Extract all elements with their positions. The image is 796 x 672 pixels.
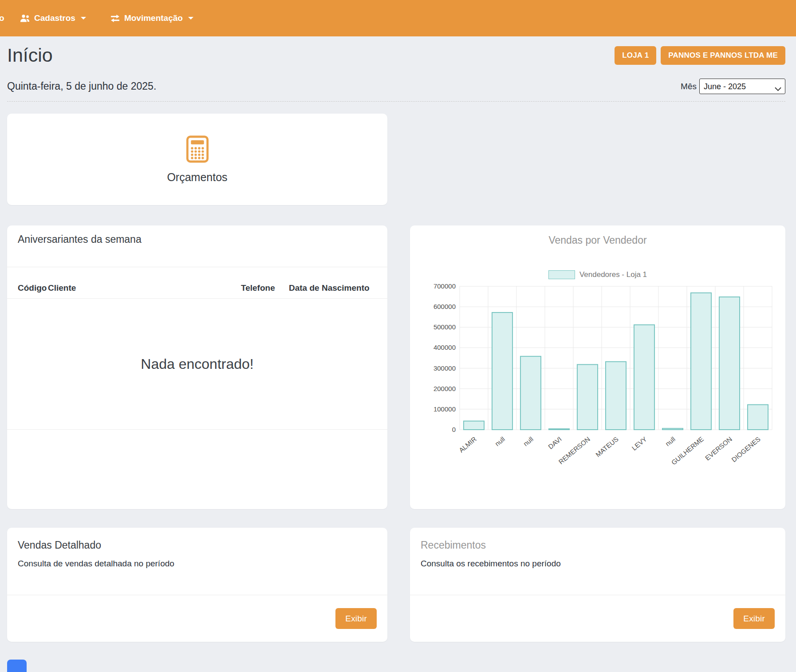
recebimentos-card: Recebimentos Consulta os recebimentos no… bbox=[410, 528, 785, 642]
birthdays-card-footer bbox=[7, 429, 387, 509]
top-navbar: o Cadastros Movimentação bbox=[0, 0, 796, 36]
svg-text:null: null bbox=[493, 435, 506, 447]
empty-message: Nada encontrado! bbox=[141, 356, 253, 372]
company-button[interactable]: PANNOS E PANNOS LTDA ME bbox=[661, 46, 785, 65]
legend-swatch bbox=[548, 270, 575, 279]
bar-chart: 0100000200000300000400000500000600000700… bbox=[419, 283, 776, 479]
orcamentos-card[interactable]: Orçamentos bbox=[7, 114, 387, 205]
svg-text:DAVI: DAVI bbox=[547, 435, 563, 451]
bottom-row: Vendas Detalhado Consulta de vendas deta… bbox=[7, 528, 785, 642]
birthdays-header: Aniversariantes da semana bbox=[7, 225, 387, 245]
legend-label: Vendedores - Loja 1 bbox=[579, 270, 647, 279]
svg-text:700000: 700000 bbox=[433, 283, 456, 290]
svg-text:null: null bbox=[522, 435, 535, 447]
svg-text:500000: 500000 bbox=[433, 323, 456, 331]
vendas-detalhado-body: Vendas Detalhado Consulta de vendas deta… bbox=[7, 528, 387, 595]
svg-text:null: null bbox=[664, 435, 677, 447]
svg-text:REMERSON: REMERSON bbox=[557, 435, 591, 466]
column-header-codigo: Código bbox=[18, 283, 48, 293]
exibir-recebimentos-button[interactable]: Exibir bbox=[733, 608, 775, 629]
birthdays-card: Aniversariantes da semana Código Cliente… bbox=[7, 225, 387, 509]
navbar-item-label: Movimentação bbox=[124, 13, 183, 23]
birthdays-title: Aniversariantes da semana bbox=[18, 233, 377, 245]
page-content: Início LOJA 1 PANNOS E PANNOS LTDA ME Qu… bbox=[0, 44, 796, 642]
page-title: Início bbox=[7, 44, 53, 66]
chevron-down-icon bbox=[188, 17, 193, 20]
svg-text:100000: 100000 bbox=[433, 405, 456, 413]
recebimentos-title: Recebimentos bbox=[421, 539, 775, 551]
navbar-item-label: Cadastros bbox=[34, 13, 75, 23]
current-date: Quinta-feira, 5 de junho de 2025. bbox=[7, 80, 156, 92]
svg-text:DIOGENES: DIOGENES bbox=[730, 435, 762, 463]
column-header-nascimento: Data de Nascimento bbox=[289, 283, 377, 293]
store-button[interactable]: LOJA 1 bbox=[615, 46, 656, 65]
svg-text:400000: 400000 bbox=[433, 344, 456, 351]
svg-text:0: 0 bbox=[452, 426, 456, 433]
header-row: Início LOJA 1 PANNOS E PANNOS LTDA ME bbox=[7, 44, 785, 66]
month-select[interactable]: June - 2025 bbox=[699, 79, 785, 94]
recebimentos-subtitle: Consulta os recebimentos no período bbox=[421, 559, 775, 569]
vendas-detalhado-footer: Exibir bbox=[7, 595, 387, 642]
chart-title: Vendas por Vendedor bbox=[419, 234, 776, 246]
birthdays-table-header: Código Cliente Telefone Data de Nascimen… bbox=[7, 267, 387, 299]
date-row: Quinta-feira, 5 de junho de 2025. Mês Ju… bbox=[7, 79, 785, 94]
svg-text:600000: 600000 bbox=[433, 303, 456, 310]
recebimentos-footer: Exibir bbox=[410, 595, 785, 642]
svg-text:MATEUS: MATEUS bbox=[594, 435, 620, 458]
bottom-left-button[interactable] bbox=[7, 660, 27, 672]
column-header-telefone: Telefone bbox=[241, 283, 289, 293]
exibir-vendas-button[interactable]: Exibir bbox=[335, 608, 377, 629]
recebimentos-body: Recebimentos Consulta os recebimentos no… bbox=[410, 528, 785, 595]
sales-chart-card: Vendas por Vendedor Vendedores - Loja 1 … bbox=[410, 225, 785, 509]
month-picker: Mês June - 2025 bbox=[681, 79, 785, 94]
navbar-item-cadastros[interactable]: Cadastros bbox=[10, 13, 96, 23]
navbar-item-partial[interactable]: o bbox=[0, 13, 5, 23]
vendas-detalhado-subtitle: Consulta de vendas detalhada no período bbox=[18, 559, 377, 569]
middle-row: Aniversariantes da semana Código Cliente… bbox=[7, 225, 785, 509]
vendas-detalhado-title: Vendas Detalhado bbox=[18, 539, 377, 551]
navbar-item-movimentacao[interactable]: Movimentação bbox=[100, 13, 203, 23]
column-header-cliente: Cliente bbox=[48, 283, 241, 293]
svg-text:200000: 200000 bbox=[433, 385, 456, 392]
month-select-wrap: June - 2025 bbox=[699, 79, 785, 94]
birthdays-table-body: Nada encontrado! bbox=[7, 299, 387, 429]
header-buttons: LOJA 1 PANNOS E PANNOS LTDA ME bbox=[615, 46, 785, 65]
month-label: Mês bbox=[681, 82, 697, 91]
dashed-divider bbox=[7, 101, 785, 102]
svg-text:EVERSON: EVERSON bbox=[704, 435, 733, 462]
svg-text:ALMIR: ALMIR bbox=[457, 435, 478, 454]
svg-text:300000: 300000 bbox=[433, 364, 456, 372]
chevron-down-icon bbox=[81, 17, 86, 20]
exchange-icon bbox=[110, 15, 120, 22]
chart-legend[interactable]: Vendedores - Loja 1 bbox=[548, 270, 647, 279]
svg-text:LEVY: LEVY bbox=[630, 435, 648, 452]
orcamentos-label: Orçamentos bbox=[167, 171, 227, 184]
calculator-icon bbox=[183, 135, 212, 165]
vendas-detalhado-card: Vendas Detalhado Consulta de vendas deta… bbox=[7, 528, 387, 642]
users-icon bbox=[20, 14, 30, 23]
